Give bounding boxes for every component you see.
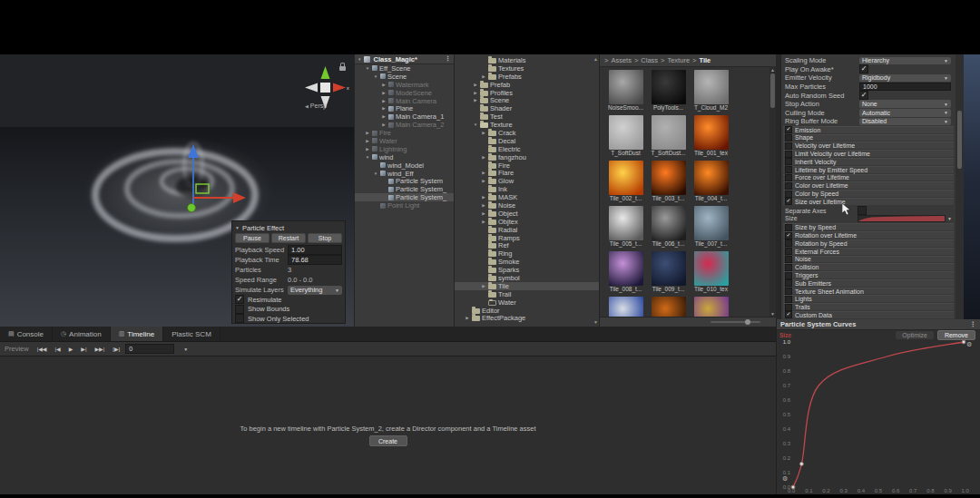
asset-thumbnail[interactable] [609, 206, 643, 240]
more-menu-icon[interactable]: ⋮ [445, 55, 451, 63]
module-bar[interactable]: Triggers [783, 271, 954, 278]
persp-menu[interactable]: ◀ Persp [305, 103, 327, 109]
tab-timeline[interactable]: ▥ Timeline [111, 327, 164, 341]
expand-arrow-icon[interactable]: ▼ [373, 171, 378, 176]
frame-field[interactable]: 0 [125, 344, 174, 354]
scrollbar-thumb[interactable] [957, 111, 962, 169]
folder-item[interactable]: Smoke [455, 258, 599, 266]
module-checkbox[interactable] [785, 248, 792, 255]
module-bar[interactable]: Limit Velocity over Lifetime [783, 150, 954, 157]
asset-item[interactable]: Tile_001_tex [691, 115, 731, 157]
create-button[interactable]: Create [369, 435, 407, 446]
scaling-mode-dropdown[interactable]: Hierarchy▼ [859, 57, 951, 65]
expand-arrow-icon[interactable]: ▶ [481, 155, 486, 160]
hierarchy-item[interactable]: Particle System_ [355, 185, 454, 193]
hierarchy-item[interactable]: ▶ Watermark [355, 81, 454, 89]
expand-arrow-icon[interactable]: ▶ [473, 83, 478, 87]
asset-item[interactable]: Tile_009_t... [648, 251, 689, 293]
module-checkbox[interactable] [785, 304, 792, 311]
folder-item[interactable]: ▶ Glow [455, 177, 599, 185]
curve-key[interactable] [962, 340, 965, 344]
asset-thumbnail[interactable] [609, 115, 643, 150]
hierarchy-item[interactable]: Particle System [355, 177, 454, 185]
chevron-down-icon[interactable]: ▼ [183, 347, 188, 352]
folder-item[interactable]: ▶ Tile [455, 282, 599, 290]
asset-thumbnail[interactable] [694, 70, 729, 104]
asset-thumbnail[interactable] [609, 297, 643, 317]
folder-item[interactable]: Editor [455, 307, 599, 315]
module-bar[interactable]: ✓ Custom Data [783, 311, 954, 318]
folder-item[interactable]: Decal [455, 137, 599, 145]
breadcrumb-item[interactable]: Assets [611, 56, 632, 64]
expand-arrow-icon[interactable]: ▶ [465, 316, 470, 320]
toggle-checkbox[interactable] [235, 305, 244, 314]
module-bar[interactable]: Shape [783, 134, 954, 142]
hierarchy-item[interactable]: ▶ ModeScene [355, 89, 454, 97]
optimize-button[interactable]: Optimize [896, 331, 934, 339]
module-checkbox[interactable] [785, 296, 792, 303]
asset-thumbnail[interactable] [694, 251, 729, 286]
asset-item[interactable]: Tile_006_t... [648, 206, 689, 248]
expand-arrow-icon[interactable]: ▶ [381, 114, 387, 119]
hierarchy-item[interactable]: wind_Model [355, 161, 454, 170]
particle-effect-title-row[interactable]: ▼ Particle Effect [235, 223, 342, 232]
module-bar[interactable]: Color by Speed [783, 190, 954, 197]
expand-arrow-icon[interactable]: ▶ [381, 106, 387, 111]
expand-arrow-icon[interactable]: ▶ [481, 74, 486, 79]
folder-item[interactable]: ▶ fangzhou [455, 153, 599, 161]
remove-button[interactable]: Remove [937, 330, 975, 340]
asset-item[interactable]: PolyTools... [648, 70, 689, 112]
hierarchy-item[interactable]: ▶ Water [355, 137, 454, 145]
scene-view[interactable]: x ◀ Persp ▼ Particle Effect Pause Restar… [0, 54, 354, 327]
hierarchy-item[interactable]: ▼ Eff_Scene [355, 64, 454, 73]
module-checkbox[interactable]: ✓ [785, 232, 792, 239]
preview-toggle[interactable]: Preview [5, 345, 29, 353]
expand-arrow-icon[interactable]: ▶ [381, 122, 387, 127]
module-bar[interactable]: ✓ Size over Lifetime [783, 198, 954, 205]
module-bar[interactable]: Rotation by Speed [783, 239, 954, 247]
expand-arrow-icon[interactable]: ▶ [481, 195, 486, 200]
hierarchy-item[interactable]: Point Light [355, 201, 454, 210]
module-checkbox[interactable] [785, 134, 792, 142]
toggle-checkbox[interactable] [235, 314, 244, 323]
expand-arrow-icon[interactable]: ▶ [481, 179, 486, 183]
module-bar[interactable]: External Forces [783, 248, 954, 255]
module-bar[interactable]: Noise [783, 256, 954, 263]
module-checkbox[interactable] [785, 182, 792, 190]
tab-animation[interactable]: ◷ Animation [53, 327, 111, 341]
transport-button[interactable]: ▶ [67, 346, 75, 352]
expand-arrow-icon[interactable]: ▶ [481, 131, 486, 135]
module-bar[interactable]: Sub Emitters [783, 279, 954, 287]
folder-item[interactable]: ▶ Flare [455, 169, 599, 177]
asset-thumbnail[interactable] [694, 297, 729, 317]
separate-axes-checkbox[interactable] [858, 206, 867, 215]
module-checkbox[interactable]: ✓ [785, 198, 792, 205]
module-bar[interactable]: Collision [783, 263, 954, 270]
transport-button[interactable]: |◀◀ [35, 346, 49, 352]
folder-item[interactable]: Textures [455, 64, 599, 73]
asset-item[interactable]: Tile_013_tex [691, 297, 731, 317]
folder-item[interactable]: Ramps [455, 234, 599, 242]
hierarchy-item[interactable]: ▶ Plane [355, 104, 454, 112]
size-curve[interactable] [793, 342, 964, 487]
asset-thumbnail[interactable] [609, 251, 643, 286]
expand-arrow-icon[interactable]: ▶ [381, 99, 387, 103]
asset-item[interactable]: Tile_011_tex [605, 297, 646, 317]
expand-arrow-icon[interactable]: ▶ [365, 147, 370, 151]
tab-console[interactable]: ▤ Console [0, 327, 53, 341]
restart-button[interactable]: Restart [271, 233, 306, 243]
expand-arrow-icon[interactable]: ▶ [481, 171, 486, 175]
folder-item[interactable]: ▶ Prefab [455, 81, 599, 89]
asset-thumbnail[interactable] [652, 251, 686, 286]
module-checkbox[interactable] [785, 279, 792, 287]
pause-button[interactable]: Pause [235, 233, 270, 243]
folder-item[interactable]: Ref [455, 241, 599, 249]
expand-arrow-icon[interactable]: ▼ [373, 74, 378, 79]
folder-item[interactable]: ▶ Prefabs [455, 73, 599, 81]
folder-item[interactable]: ▶ EffectPackage [455, 315, 599, 323]
hierarchy-item[interactable]: ▶ Lightning [355, 145, 454, 153]
hierarchy-item[interactable]: ▼ wind_Eff [355, 170, 454, 178]
asset-item[interactable]: Tile_004_t... [691, 161, 731, 202]
module-bar[interactable]: ✓ Emission [783, 126, 954, 133]
expand-arrow-icon[interactable]: ▶ [381, 83, 387, 87]
